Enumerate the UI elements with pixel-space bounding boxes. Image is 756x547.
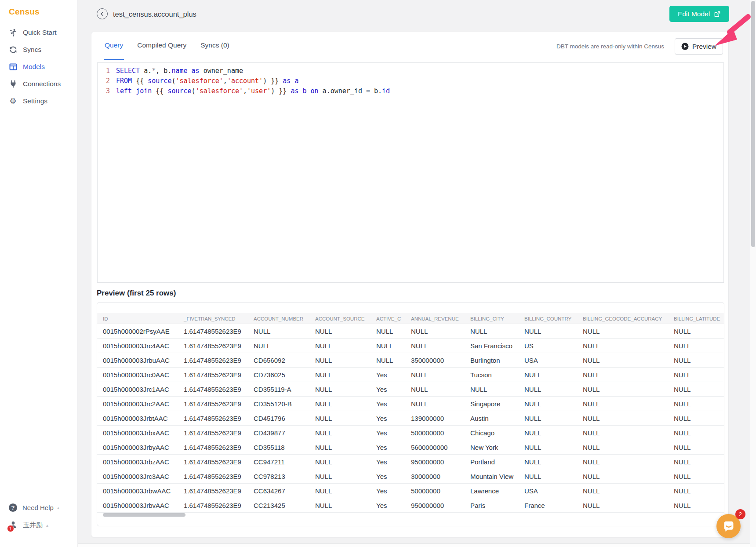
preview-table: ID_FIVETRAN_SYNCEDACCOUNT_NUMBERACCOUNT_… — [97, 314, 724, 513]
census-logo[interactable]: Census — [9, 7, 40, 17]
column-header: ACCOUNT_SOURCE — [309, 314, 371, 324]
table-cell: NULL — [405, 339, 465, 353]
need-help-button[interactable]: ? Need Help ▴ — [0, 499, 77, 516]
edit-model-label: Edit Model — [678, 10, 710, 18]
sidebar-item-quick-start[interactable]: Quick Start — [0, 24, 77, 41]
preview-button-label: Preview — [692, 43, 716, 51]
table-cell: NULL — [309, 498, 371, 513]
table-cell: 1.614748552623E9 — [178, 484, 248, 498]
table-cell: NULL — [577, 455, 668, 469]
table-cell: Tucson — [465, 368, 519, 382]
tab-query[interactable]: Query — [104, 32, 124, 60]
table-cell: 1.614748552623E9 — [178, 368, 248, 382]
table-cell: NULL — [371, 339, 405, 353]
table-cell: NULL — [309, 324, 371, 339]
sidebar-item-connections[interactable]: Connections — [0, 75, 77, 92]
edit-model-button[interactable]: Edit Model — [669, 6, 729, 22]
table-cell: NULL — [519, 455, 577, 469]
table-cell: Yes — [371, 411, 405, 426]
table-cell: 0015h000003Jrc1AAC — [97, 382, 178, 397]
preview-button[interactable]: Preview — [675, 38, 723, 55]
table-cell: 350000000 — [405, 353, 465, 368]
preview-heading: Preview (first 25 rows) — [97, 289, 176, 298]
table-cell: NULL — [465, 382, 519, 397]
table-cell: CD355118 — [248, 440, 309, 455]
table-cell: 0015h000003JrbwAAC — [97, 484, 178, 498]
table-cell: 1.614748552623E9 — [178, 426, 248, 440]
sidebar-item-models[interactable]: Models — [0, 58, 77, 75]
table-cell: NULL — [668, 440, 724, 455]
table-cell: NULL — [309, 455, 371, 469]
table-cell: 0015h000003JrbtAAC — [97, 411, 178, 426]
table-row: 0015h000003JrbzAAC1.614748552623E9CC9472… — [97, 455, 724, 469]
table-cell: NULL — [577, 368, 668, 382]
table-cell: NULL — [577, 353, 668, 368]
line-number: 2 — [98, 76, 116, 86]
help-question-icon: ? — [9, 503, 17, 512]
table-cell: NULL — [309, 382, 371, 397]
table-row: 0015h000003JrbvAAC1.614748552623E9CC2134… — [97, 498, 724, 513]
column-header: BILLING_COUNTRY — [519, 314, 577, 324]
back-button[interactable] — [97, 8, 108, 19]
table-cell: NULL — [309, 484, 371, 498]
sidebar-item-syncs[interactable]: Syncs — [0, 41, 77, 58]
need-help-label: Need Help — [22, 504, 54, 511]
table-cell: NULL — [371, 324, 405, 339]
table-cell: NULL — [248, 339, 309, 353]
table-cell: NULL — [519, 324, 577, 339]
table-cell: CC634267 — [248, 484, 309, 498]
table-cell: 500000000 — [405, 426, 465, 440]
sidebar-item-settings[interactable]: ⚙Settings — [0, 92, 77, 109]
quick-start-icon — [9, 28, 17, 36]
horizontal-scrollbar-thumb[interactable] — [103, 513, 185, 517]
table-cell: 1.614748552623E9 — [178, 411, 248, 426]
table-row: 0015h000003JrbyAAC1.614748552623E9CD3551… — [97, 440, 724, 455]
table-cell: Singapore — [465, 397, 519, 411]
user-name: 玉井励 — [23, 521, 43, 529]
table-cell: 139000000 — [405, 411, 465, 426]
table-cell: NULL — [519, 426, 577, 440]
table-cell: NULL — [668, 339, 724, 353]
page-scrollbar-thumb[interactable] — [751, 1, 755, 247]
user-menu[interactable]: 1 玉井励 ▴ — [0, 516, 77, 534]
table-cell: CD355120-B — [248, 397, 309, 411]
tab-compiled-query[interactable]: Compiled Query — [136, 32, 187, 60]
table-row: 0015h000003JrbuAAC1.614748552623E9CD6560… — [97, 353, 724, 368]
table-cell: 0015h000003JrbvAAC — [97, 498, 178, 513]
table-cell: CC213425 — [248, 498, 309, 513]
table-row: 0015h000003Jrc4AAC1.614748552623E9NULLNU… — [97, 339, 724, 353]
table-cell: 1.614748552623E9 — [178, 382, 248, 397]
table-cell: Paris — [465, 498, 519, 513]
table-cell: Portland — [465, 455, 519, 469]
table-cell: NULL — [668, 353, 724, 368]
table-cell: Yes — [371, 440, 405, 455]
code-line: 1SELECT a.*, b.name as owner_name — [98, 66, 723, 76]
table-cell: NULL — [577, 469, 668, 484]
table-cell: 0015h000003JrbzAAC — [97, 455, 178, 469]
table-cell: NULL — [668, 426, 724, 440]
table-cell: NULL — [577, 440, 668, 455]
table-cell: NULL — [519, 440, 577, 455]
sql-editor[interactable]: 1SELECT a.*, b.name as owner_name2FROM {… — [97, 62, 724, 283]
syncs-icon — [9, 45, 17, 54]
column-header: ACTIVE_C — [371, 314, 405, 324]
table-cell: 1.614748552623E9 — [178, 324, 248, 339]
sidebar-item-label: Connections — [23, 80, 61, 88]
table-row: 0015h000003Jrc1AAC1.614748552623E9CD3551… — [97, 382, 724, 397]
tab-syncs-0[interactable]: Syncs (0) — [200, 32, 230, 60]
user-notification-badge: 1 — [7, 525, 14, 532]
line-number: 1 — [98, 66, 116, 76]
table-cell: NULL — [668, 498, 724, 513]
column-header: BILLING_CITY — [465, 314, 519, 324]
table-cell: Lawrence — [465, 484, 519, 498]
table-row: 0015h000003Jrc3AAC1.614748552623E9CC9782… — [97, 469, 724, 484]
column-header: ANNUAL_REVENUE — [405, 314, 465, 324]
table-cell: 0015h000003Jrc4AAC — [97, 339, 178, 353]
table-cell: NULL — [668, 324, 724, 339]
table-row: 0015h000003JrbtAAC1.614748552623E9CD4517… — [97, 411, 724, 426]
table-cell: CD656092 — [248, 353, 309, 368]
table-cell: NULL — [577, 324, 668, 339]
table-cell: NULL — [309, 368, 371, 382]
table-cell: NULL — [577, 498, 668, 513]
table-cell: USA — [519, 353, 577, 368]
